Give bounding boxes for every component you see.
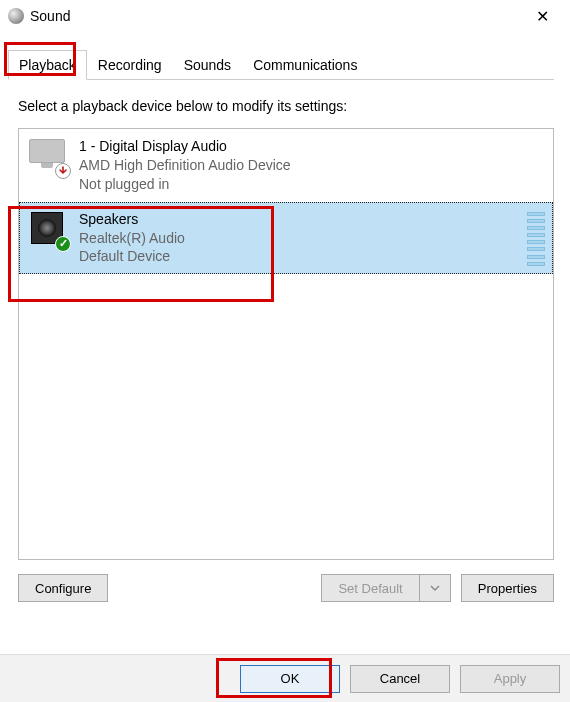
titlebar: Sound ✕: [0, 0, 570, 32]
set-default-dropdown[interactable]: [420, 574, 451, 602]
speaker-icon: ✓: [27, 210, 69, 250]
device-driver: Realtek(R) Audio: [79, 229, 185, 248]
set-default-button[interactable]: Set Default: [321, 574, 419, 602]
volume-meter: [527, 212, 545, 266]
close-button[interactable]: ✕: [522, 2, 562, 30]
instruction-text: Select a playback device below to modify…: [18, 98, 554, 114]
device-name: Speakers: [79, 210, 185, 229]
not-plugged-in-icon: [55, 163, 71, 179]
dialog-button-bar: OK Cancel Apply: [0, 654, 570, 702]
cancel-button[interactable]: Cancel: [350, 665, 450, 693]
device-name: 1 - Digital Display Audio: [79, 137, 291, 156]
device-digital-display[interactable]: 1 - Digital Display Audio AMD High Defin…: [19, 129, 553, 202]
ok-button[interactable]: OK: [240, 665, 340, 693]
configure-button[interactable]: Configure: [18, 574, 108, 602]
tab-playback[interactable]: Playback: [8, 50, 87, 80]
window-title: Sound: [30, 8, 522, 24]
chevron-down-icon: [430, 585, 440, 591]
properties-button[interactable]: Properties: [461, 574, 554, 602]
device-status: Not plugged in: [79, 175, 291, 194]
sound-icon: [8, 8, 24, 24]
monitor-icon: [27, 137, 69, 177]
apply-button[interactable]: Apply: [460, 665, 560, 693]
default-device-icon: ✓: [55, 236, 71, 252]
device-list[interactable]: 1 - Digital Display Audio AMD High Defin…: [18, 128, 554, 560]
tab-communications[interactable]: Communications: [242, 50, 368, 80]
tab-recording[interactable]: Recording: [87, 50, 173, 80]
device-status: Default Device: [79, 247, 185, 266]
tab-bar: Playback Recording Sounds Communications: [8, 50, 554, 80]
device-speakers[interactable]: ✓ Speakers Realtek(R) Audio Default Devi…: [19, 202, 553, 275]
device-driver: AMD High Definition Audio Device: [79, 156, 291, 175]
tab-sounds[interactable]: Sounds: [173, 50, 242, 80]
